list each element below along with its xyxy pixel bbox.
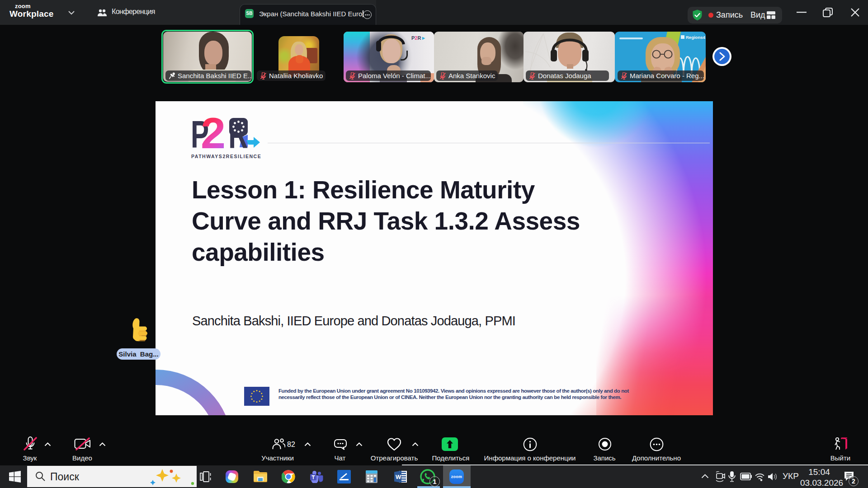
svg-text:W: W — [396, 474, 401, 480]
svg-text:PATHWAYS2RESILIENCE: PATHWAYS2RESILIENCE — [191, 154, 261, 159]
svg-text:2: 2 — [201, 117, 226, 158]
